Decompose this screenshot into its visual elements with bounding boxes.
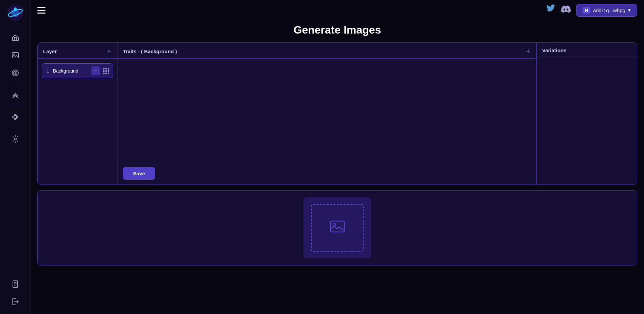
layer-label: Layer: [43, 48, 57, 54]
layer-item[interactable]: 1 Background −: [42, 63, 113, 78]
svg-point-11: [14, 138, 16, 140]
home-icon[interactable]: [0, 29, 30, 46]
divider-2: [7, 106, 24, 106]
svg-rect-12: [13, 281, 18, 288]
preview-image-icon: [330, 220, 345, 236]
preview-box: [303, 197, 371, 258]
wallet-network-badge: N: [583, 7, 590, 14]
svg-rect-4: [12, 53, 18, 58]
traits-header: Traits - ( Background ) +: [117, 43, 536, 59]
save-button[interactable]: Save: [123, 167, 155, 180]
exit-icon[interactable]: [0, 293, 30, 311]
svg-point-3: [14, 7, 17, 10]
layer-drag-handle[interactable]: [103, 68, 109, 74]
target-icon[interactable]: [0, 64, 30, 82]
hamburger-menu[interactable]: [37, 7, 45, 14]
wallet-button[interactable]: N addr1q...whpg ▾: [576, 4, 637, 17]
variations-column: Variations: [537, 43, 637, 184]
wallet-chevron-icon: ▾: [628, 7, 631, 13]
document-icon[interactable]: [0, 275, 30, 293]
layer-list: 1 Background −: [38, 59, 117, 83]
variations-header: Variations: [537, 43, 637, 57]
header: N addr1q...whpg ▾: [31, 0, 644, 20]
chevron-up-icon[interactable]: [0, 86, 30, 104]
preview-panel: [37, 190, 637, 266]
variations-label: Variations: [542, 47, 567, 53]
header-left: [37, 7, 45, 14]
layer-header: Layer +: [38, 43, 117, 59]
header-right: N addr1q...whpg ▾: [546, 4, 637, 17]
layer-number: 1: [45, 68, 50, 74]
page-title: Generate Images: [31, 24, 644, 36]
layer-column: Layer + 1 Background −: [38, 43, 117, 184]
wallet-address: addr1q...whpg: [593, 7, 625, 13]
sidebar: [0, 0, 31, 314]
logo[interactable]: [6, 3, 24, 22]
preview-dashed-border: [311, 204, 364, 252]
layer-traits-panel: Layer + 1 Background −: [37, 42, 637, 185]
divider-3: [7, 128, 24, 128]
page-title-area: Generate Images: [31, 20, 644, 42]
twitter-icon[interactable]: [546, 4, 556, 16]
layer-add-button[interactable]: +: [106, 47, 112, 55]
traits-label: Traits - ( Background ): [123, 48, 177, 54]
discord-icon[interactable]: [561, 4, 571, 16]
settings-icon[interactable]: [0, 130, 30, 148]
layer-remove-button[interactable]: −: [91, 66, 100, 75]
hourglass-icon[interactable]: [0, 108, 30, 126]
svg-rect-13: [331, 221, 344, 232]
layer-name: Background: [53, 68, 89, 74]
sidebar-bottom: [0, 275, 30, 311]
traits-column: Traits - ( Background ) + Save: [117, 43, 537, 184]
traits-add-button[interactable]: +: [525, 47, 531, 55]
image-icon[interactable]: [0, 46, 30, 64]
svg-point-8: [15, 72, 16, 74]
divider-1: [7, 84, 24, 84]
content-area: Layer + 1 Background −: [31, 42, 644, 314]
traits-body: Save: [117, 59, 536, 184]
main-content: N addr1q...whpg ▾ Generate Images Layer …: [31, 0, 644, 314]
